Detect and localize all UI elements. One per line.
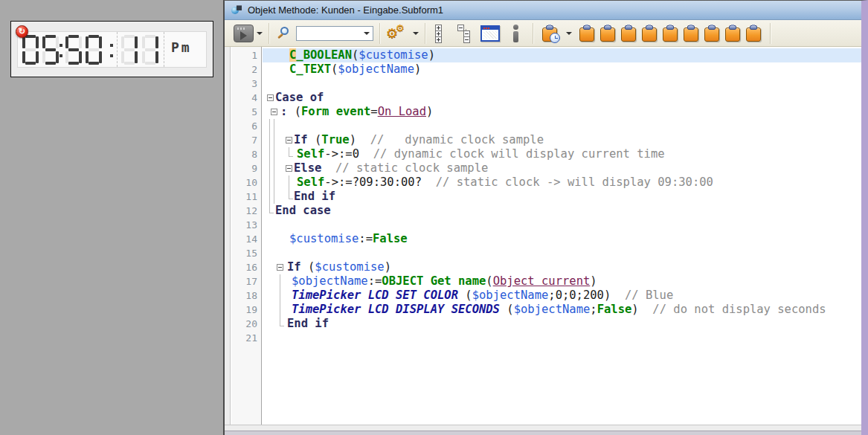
- method-editor-window: Objekt Methode: Kunden - Eingabe.Subform…: [223, 0, 868, 435]
- macro-clipboard-icon[interactable]: [579, 25, 594, 42]
- settings-gears-icon[interactable]: ⚙⚙: [386, 24, 410, 43]
- horizontal-scrollbar[interactable]: [225, 425, 861, 431]
- code-line[interactable]: 10Self->:=?09:30:00? // static clock -> …: [225, 175, 861, 190]
- fold-toggle-icon[interactable]: [267, 94, 274, 101]
- run-method-button[interactable]: [234, 25, 254, 42]
- code-text: TimePicker LCD DISPLAY SECONDS ($objectN…: [292, 303, 826, 317]
- code-line-content: TimePicker LCD DISPLAY SECONDS ($objectN…: [263, 303, 861, 317]
- code-text: Case of: [275, 91, 324, 105]
- code-line[interactable]: 6: [225, 119, 861, 133]
- code-line[interactable]: 3: [225, 77, 861, 91]
- fold-toggle-icon[interactable]: [286, 137, 292, 144]
- code-line[interactable]: 16If ($customise): [225, 260, 861, 274]
- code-line[interactable]: 14$customise:=False: [225, 232, 861, 246]
- line-number: 17: [225, 274, 257, 289]
- line-number: 12: [225, 204, 257, 218]
- code-line[interactable]: 20End if: [225, 317, 861, 331]
- macro-clipboard-icon[interactable]: [600, 25, 615, 42]
- macro-clipboard-icon[interactable]: [746, 25, 761, 42]
- lcd-digit: [121, 35, 138, 65]
- code-line[interactable]: 21: [225, 331, 861, 345]
- code-line[interactable]: 1C_BOOLEAN($customise): [225, 48, 861, 62]
- code-line-content: $customise:=False: [263, 232, 861, 246]
- structure-line: [269, 133, 270, 147]
- line-number: 16: [225, 260, 257, 274]
- macro-clipboard-icon[interactable]: [684, 25, 698, 42]
- info-icon[interactable]: [512, 25, 519, 42]
- code-line[interactable]: 7If (True) // dynamic clock sample: [225, 133, 861, 147]
- structure-corner: [269, 204, 274, 213]
- lcd-meridiem: Pm: [171, 39, 192, 55]
- window-titlebar[interactable]: Objekt Methode: Kunden - Eingabe.Subform…: [225, 1, 861, 20]
- collapse-all-icon[interactable]: [457, 25, 472, 42]
- structure-line: [280, 303, 280, 317]
- macro-clipboard-icon[interactable]: [663, 25, 678, 42]
- macro-clipboard-icon[interactable]: [642, 25, 657, 42]
- code-line[interactable]: 4Case of: [225, 91, 861, 105]
- object-method-icon: [231, 5, 243, 16]
- line-number: 5: [225, 105, 257, 119]
- macro-clock-clipboard-icon[interactable]: [542, 25, 557, 42]
- code-line-content: [263, 246, 861, 260]
- toolbar-separator: [533, 23, 533, 44]
- gears-dropdown-arrow-icon[interactable]: [413, 32, 419, 35]
- line-number: 8: [225, 147, 257, 161]
- code-line[interactable]: 15: [225, 246, 861, 260]
- window-bottom-edge: [225, 431, 861, 435]
- run-dropdown-arrow-icon[interactable]: [257, 32, 263, 35]
- line-number: 10: [225, 175, 257, 190]
- toolbar-separator: [770, 23, 771, 44]
- code-line[interactable]: 19TimePicker LCD DISPLAY SECONDS ($objec…: [225, 303, 861, 317]
- code-editor[interactable]: 1C_BOOLEAN($customise)2C_TEXT($objectNam…: [225, 47, 861, 425]
- code-text: Self->:=?09:30:00? // static clock -> wi…: [297, 175, 713, 190]
- fold-toggle-icon[interactable]: [277, 264, 283, 271]
- code-line-content: End if: [263, 190, 861, 204]
- code-line[interactable]: 9Else // static clock sample: [225, 161, 861, 175]
- code-line[interactable]: 17$objectName:=OBJECT Get name(Object cu…: [225, 274, 861, 289]
- macro-dropdown-arrow-icon[interactable]: [566, 32, 572, 35]
- code-line[interactable]: 18TimePicker LCD SET COLOR ($objectName;…: [225, 289, 861, 303]
- code-line-content: End case: [263, 204, 861, 218]
- expand-all-icon[interactable]: [435, 25, 450, 42]
- toolbar-separator: [425, 23, 425, 44]
- lcd-digit: [142, 35, 158, 65]
- window-title: Objekt Methode: Kunden - Eingabe.Subform…: [248, 4, 443, 16]
- line-number: 18: [225, 289, 257, 303]
- structure-corner: [289, 190, 293, 199]
- macro-clipboards: [576, 25, 764, 42]
- macro-clipboard-icon[interactable]: [704, 25, 719, 42]
- line-number: 11: [225, 190, 257, 204]
- lcd-clock-widget[interactable]: ↻ Pm: [10, 21, 213, 77]
- line-number: 13: [225, 218, 257, 232]
- code-text: Self->:=0 // dynamic clock will display …: [297, 147, 665, 161]
- macro-clipboard-icon[interactable]: [725, 25, 740, 42]
- code-line-content: [263, 119, 861, 133]
- form-preview-icon[interactable]: [480, 25, 500, 42]
- code-line-content: TimePicker LCD SET COLOR ($objectName;0;…: [263, 289, 861, 303]
- structure-line: [269, 119, 270, 133]
- code-line[interactable]: 8Self->:=0 // dynamic clock will display…: [225, 147, 861, 161]
- line-number: 19: [225, 303, 257, 317]
- structure-line: [274, 147, 274, 161]
- code-line[interactable]: 12End case: [225, 204, 861, 218]
- code-line-content: End if: [263, 317, 861, 331]
- lcd-group-separator: [117, 32, 118, 67]
- structure-line: [289, 175, 289, 190]
- structure-line: [269, 161, 270, 175]
- code-line[interactable]: 11End if: [225, 190, 861, 204]
- code-text: End case: [275, 204, 331, 218]
- search-combobox[interactable]: [296, 26, 373, 41]
- fold-toggle-icon[interactable]: [271, 109, 277, 115]
- structure-corner: [289, 147, 293, 157]
- refresh-badge-icon: ↻: [16, 25, 28, 38]
- combo-dropdown-arrow-icon[interactable]: [364, 32, 370, 35]
- code-line[interactable]: 13: [225, 218, 861, 232]
- toolbar: ⚙⚙: [225, 20, 861, 47]
- code-line[interactable]: 5: (Form event=On Load): [225, 105, 861, 119]
- fold-toggle-icon[interactable]: [286, 165, 292, 172]
- code-line-content: If (True) // dynamic clock sample: [263, 133, 861, 147]
- code-line[interactable]: 2C_TEXT($objectName): [225, 62, 861, 77]
- macro-clipboard-icon[interactable]: [621, 25, 636, 42]
- structure-line: [274, 119, 274, 133]
- form-background-panel: ↻ Pm: [0, 0, 223, 435]
